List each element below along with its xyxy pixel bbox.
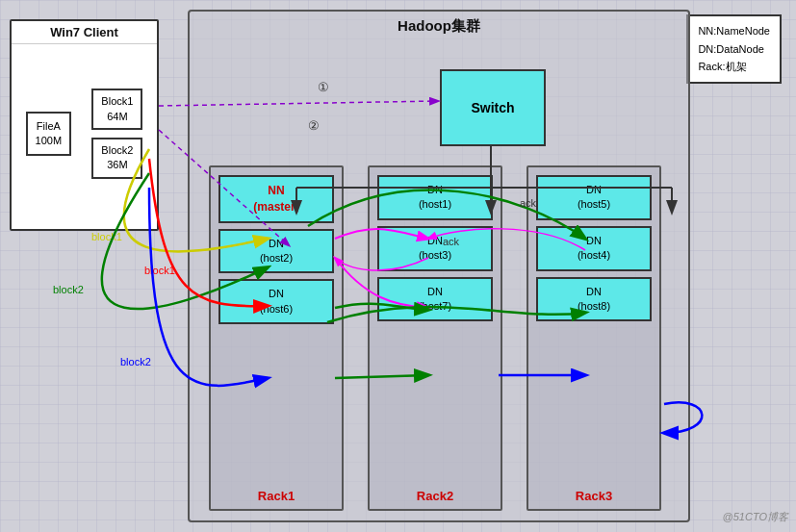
dn-host5-box: DN(host5) [536, 175, 652, 220]
hadoop-title: Hadoop集群 [190, 12, 688, 36]
rack2-label: Rack2 [370, 489, 501, 503]
file-name: FileA [37, 120, 61, 132]
block2-box: Block2 36M [91, 138, 142, 179]
watermark: @51CTO博客 [723, 510, 788, 524]
rack2-container: DN(host1) DN(host3) DN(host7) Rack2 [368, 165, 502, 511]
win7-content: FileA 100M Block1 64M Block2 36M [12, 44, 157, 223]
legend-line-2: DN:DataNode [698, 40, 770, 59]
win7-client-box: Win7 Client FileA 100M Block1 64M Block2… [10, 19, 159, 231]
blocks-column: Block1 64M Block2 36M [91, 89, 142, 179]
dn-host2-box: DN(host2) [218, 229, 334, 274]
switch-label: Switch [471, 100, 514, 115]
dn-host7-box: DN(host7) [377, 277, 493, 322]
nn-label: NN(master) [253, 184, 298, 214]
block1-box: Block1 64M [91, 89, 142, 130]
win7-title: Win7 Client [12, 21, 157, 44]
dn-host8-box: DN(host8) [536, 277, 652, 322]
dn-host4-box: DN(host4) [536, 226, 652, 271]
rack1-label: Rack1 [211, 489, 342, 503]
dn-host1-box: DN(host1) [377, 175, 493, 220]
legend-line-1: NN:NameNode [698, 22, 770, 40]
rack1-container: NN(master) DN(host2) DN(host6) Rack1 [209, 165, 344, 511]
rack3-label: Rack3 [528, 489, 659, 503]
dn-host3-box: DN(host3) [377, 226, 493, 271]
file-size: 100M [36, 135, 63, 146]
nn-master-box: NN(master) [218, 175, 334, 223]
hadoop-cluster-area: Hadoop集群 Switch NN(master) DN(host2) DN(… [188, 10, 690, 522]
main-canvas: Win7 Client FileA 100M Block1 64M Block2… [0, 0, 796, 532]
legend-box: NN:NameNode DN:DataNode Rack:机架 [686, 14, 782, 84]
legend-line-3: Rack:机架 [698, 58, 770, 76]
rack3-container: DN(host5) DN(host4) DN(host8) Rack3 [526, 165, 661, 511]
switch-box: Switch [440, 69, 546, 146]
file-box: FileA 100M [26, 112, 72, 157]
dn-host6-box: DN(host6) [218, 279, 334, 324]
